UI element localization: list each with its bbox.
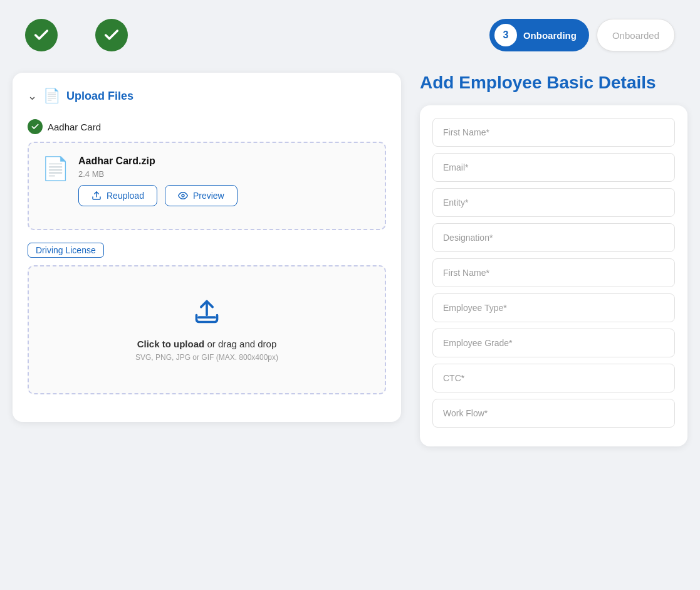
drag-subtext: SVG, PNG, JPG or GIF (MAX. 800x400px) — [135, 353, 278, 362]
ctc-input[interactable] — [432, 364, 675, 392]
reupload-icon — [91, 191, 102, 201]
reupload-button[interactable]: Reupload — [78, 185, 157, 206]
ctc-field — [432, 364, 675, 392]
driving-label: Driving License — [28, 243, 386, 258]
main-content: ⌄ 📄 Upload Files Aadhar Card 📄 — [13, 73, 687, 446]
preview-icon — [178, 191, 188, 201]
upload-icon — [193, 298, 221, 331]
employee-grade-field — [432, 329, 675, 357]
top-nav: 3 Onboarding Onboarded — [13, 13, 687, 58]
preview-button[interactable]: Preview — [165, 185, 238, 206]
preview-label: Preview — [193, 191, 224, 201]
svg-rect-3 — [197, 316, 216, 319]
first-name-input[interactable] — [432, 118, 675, 147]
file-name: Aadhar Card.zip — [78, 155, 238, 167]
email-field — [432, 153, 675, 182]
file-size: 2.4 MB — [78, 169, 238, 179]
aadhar-upload-box: 📄 Aadhar Card.zip 2.4 MB — [28, 142, 386, 230]
first-name-2-input[interactable] — [432, 258, 675, 287]
driving-label-tag: Driving License — [28, 243, 104, 258]
onboarding-pill[interactable]: 3 Onboarding — [489, 19, 589, 51]
aadhar-section: Aadhar Card 📄 Aadhar Card.zip 2.4 MB — [28, 119, 386, 230]
entity-input[interactable] — [432, 188, 675, 217]
svg-point-1 — [182, 194, 184, 197]
form-card — [420, 105, 687, 446]
workflow-input[interactable] — [432, 399, 675, 428]
workflow-field — [432, 399, 675, 428]
reupload-label: Reupload — [107, 191, 144, 201]
chevron-down-icon[interactable]: ⌄ — [28, 89, 37, 103]
section-header: ⌄ 📄 Upload Files — [28, 88, 386, 104]
email-input[interactable] — [432, 153, 675, 182]
step1-check — [25, 19, 58, 51]
aadhar-check-icon — [28, 119, 43, 134]
right-panel: Add Employee Basic Details — [420, 73, 687, 446]
drag-drop-area[interactable]: Click to upload or drag and drop SVG, PN… — [41, 279, 372, 381]
form-title: Add Employee Basic Details — [420, 73, 687, 93]
file-details: Aadhar Card.zip 2.4 MB Reupload — [78, 155, 238, 206]
employee-grade-input[interactable] — [432, 329, 675, 357]
entity-field — [432, 188, 675, 217]
step4-label: Onboarded — [612, 30, 659, 41]
zip-file-icon: 📄 — [41, 155, 70, 182]
driving-section: Driving License Click to upload or drag … — [28, 243, 386, 394]
file-info: 📄 Aadhar Card.zip 2.4 MB — [41, 155, 372, 206]
designation-field — [432, 223, 675, 252]
click-to-upload: Click to upload — [137, 339, 205, 349]
section-title: Upload Files — [66, 90, 133, 103]
left-panel: ⌄ 📄 Upload Files Aadhar Card 📄 — [13, 73, 401, 422]
step3-label: Onboarding — [523, 30, 577, 41]
driving-upload-box[interactable]: Click to upload or drag and drop SVG, PN… — [28, 265, 386, 394]
onboarded-pill[interactable]: Onboarded — [597, 19, 675, 51]
employee-type-field — [432, 293, 675, 322]
aadhar-label: Aadhar Card — [28, 119, 386, 134]
step2-check — [95, 19, 128, 51]
document-icon: 📄 — [43, 88, 60, 104]
drag-suffix: or drag and drop — [204, 339, 276, 349]
file-actions: Reupload Preview — [78, 185, 238, 206]
first-name-2-field — [432, 258, 675, 287]
step-pills: 3 Onboarding Onboarded — [489, 19, 675, 51]
aadhar-label-text: Aadhar Card — [48, 122, 101, 132]
employee-type-input[interactable] — [432, 293, 675, 322]
step3-number: 3 — [494, 24, 517, 46]
drag-text: Click to upload or drag and drop — [137, 339, 277, 349]
first-name-field — [432, 118, 675, 147]
designation-input[interactable] — [432, 223, 675, 252]
